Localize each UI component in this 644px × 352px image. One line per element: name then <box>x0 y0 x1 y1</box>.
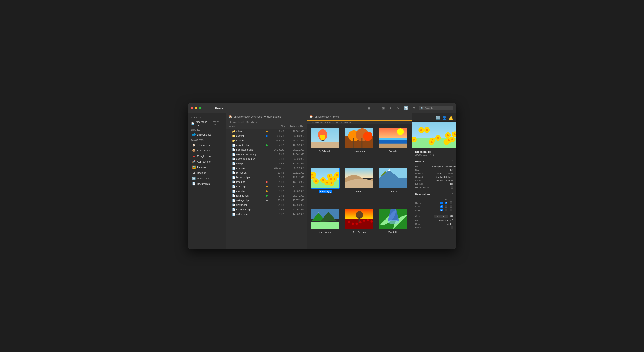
maximize-button[interactable] <box>199 107 202 109</box>
favorites-header: Favorites <box>188 137 226 142</box>
minimize-button[interactable] <box>195 107 198 109</box>
file-name-label: links-opml.php <box>236 176 265 179</box>
perm-group-w[interactable] <box>444 205 448 208</box>
perm-owner-w[interactable]: ✓ <box>444 202 448 204</box>
file-row[interactable]: 📄load.php4 KB16/07/2023 <box>226 180 307 184</box>
general-section-header[interactable]: General ˅ <box>412 158 456 165</box>
sidebar-item-johnappleseed[interactable]: 🏠 johnappleseed <box>189 142 225 148</box>
sidebar-item-downloads[interactable]: ⬇️ Downloads <box>189 176 225 181</box>
file-row[interactable]: 📄login.php49 KB17/07/2023 <box>226 184 307 189</box>
file-row[interactable]: 📄blog-header.php351 bytes06/02/2020 <box>226 147 307 152</box>
owner-value: johnappleseed ˅ <box>438 219 453 221</box>
file-row[interactable]: 📄comments-post.php2 KB14/06/2023 <box>226 152 307 157</box>
action-button[interactable]: ⚙ <box>411 105 416 111</box>
warning-button[interactable]: ⚠️ <box>449 116 453 120</box>
perm-owner-r[interactable]: ✓ <box>439 202 444 204</box>
photo-canvas <box>312 128 340 148</box>
photo-item[interactable]: Lake.jpg <box>378 168 409 205</box>
photo-item[interactable]: Red Field.jpg <box>344 208 375 246</box>
photo-item[interactable]: Beach.jpg <box>378 127 409 164</box>
expand-button[interactable]: › <box>228 130 231 132</box>
photo-item[interactable]: Desert.jpg <box>344 168 375 205</box>
file-date-label: 30/05/2023 <box>285 162 304 165</box>
photo-label: Blossom.jpg <box>318 190 332 193</box>
file-row[interactable]: 📄readme.html7 KB05/07/2023 <box>226 193 307 198</box>
file-size-label: 49 KB <box>269 185 284 188</box>
favorites-button[interactable]: ★ <box>388 105 393 111</box>
list-view-button[interactable]: ☰ <box>374 105 379 111</box>
file-row[interactable]: 📄trackback.php5 KB22/06/2023 <box>226 207 307 212</box>
file-row[interactable]: 📄config-sample.php3 KB23/02/2023 <box>226 157 307 161</box>
perm-owner-x[interactable] <box>448 202 453 204</box>
col-size-header[interactable]: Size <box>268 125 285 128</box>
file-row[interactable]: 📄xmlrpc.php3 KB14/06/2023 <box>226 212 307 216</box>
sidebar-item-amazon-s3[interactable]: 📦 Amazon S3 <box>189 148 225 153</box>
photo-item[interactable]: Blossom.jpg <box>310 168 341 205</box>
search-bar: 🔍 <box>418 106 453 110</box>
col-date-header[interactable]: Date Modified <box>285 125 304 128</box>
perm-group-x[interactable] <box>448 205 453 208</box>
photo-item[interactable]: Mountains.jpg <box>310 208 341 246</box>
photo-item[interactable]: Air Balloon.jpg <box>310 127 341 164</box>
back-button[interactable]: ‹ <box>204 106 208 111</box>
file-row[interactable]: 📄links-opml.php3 KB26/11/2022 <box>226 175 307 180</box>
locked-checkbox[interactable] <box>450 226 453 229</box>
perm-others-x[interactable] <box>448 209 453 212</box>
col-name-header[interactable]: Name ↑ <box>228 125 268 128</box>
sidebar-item-desktop[interactable]: 🖥 Desktop <box>189 170 225 175</box>
close-button[interactable] <box>191 107 194 109</box>
photo-thumbnail <box>379 127 408 148</box>
sidebar-item-pictures[interactable]: 🖼️ Pictures <box>189 164 225 170</box>
sidebar-label-downloads: Downloads <box>197 177 209 180</box>
file-row[interactable]: 📄settings.php26 KB25/07/2023 <box>226 198 307 203</box>
hide-ext-checkbox[interactable] <box>450 186 453 189</box>
info-icon-button[interactable]: ℹ️ <box>436 116 440 120</box>
file-row[interactable]: ›📁includes45,4 MB29/08/2023 <box>226 138 307 143</box>
perm-others-w[interactable] <box>444 209 448 212</box>
file-row[interactable]: 📄license.txt20 KB31/12/2022 <box>226 170 307 175</box>
photo-item[interactable]: Autumn.jpg <box>344 127 375 164</box>
perm-row-owner: Owner ✓ ✓ <box>415 202 453 204</box>
search-input[interactable] <box>425 107 451 110</box>
file-status-dot <box>266 190 268 192</box>
icon-view-button[interactable]: ⊞ <box>366 105 372 111</box>
permissions-section-header[interactable]: Permissions ˅ <box>412 191 456 198</box>
sidebar-item-documents[interactable]: 📄 Documents <box>189 181 225 187</box>
file-size-label: 405 bytes <box>269 167 284 169</box>
sidebar-item-google-drive[interactable]: 🔺 Google Drive <box>189 153 225 159</box>
file-row[interactable]: 📄mail.php9 KB22/06/2023 <box>226 189 307 193</box>
photo-label: Air Balloon.jpg <box>318 150 332 152</box>
file-row[interactable]: 📄signup.php34 KB19/06/2023 <box>226 203 307 207</box>
sidebar-item-applications[interactable]: 🚀 Applications <box>189 159 225 164</box>
octal-number: 644 <box>450 215 453 217</box>
photo-panel-header: 🏠 johnappleseed › Photos <box>307 113 412 121</box>
photo-item[interactable]: Waterfall.jpg <box>378 208 409 246</box>
file-row[interactable]: 📄cron.php6 KB30/05/2023 <box>226 161 307 166</box>
file-row[interactable]: 📄activate.php7 KB12/05/2023 <box>226 143 307 147</box>
share-info-button[interactable]: 👤 <box>442 116 446 120</box>
file-name-label: readme.html <box>236 194 265 197</box>
file-doc-icon: 📄 <box>232 203 235 207</box>
file-row[interactable]: 📄index.php405 bytes06/02/2020 <box>226 166 307 170</box>
preview-button[interactable]: 👁 <box>395 105 401 111</box>
group-dropdown-icon[interactable]: ˅ <box>452 223 453 225</box>
share-button[interactable]: 🔄 <box>403 105 409 111</box>
file-name-label: signup.php <box>236 204 265 206</box>
expand-button[interactable]: › <box>228 135 231 137</box>
owner-dropdown-icon[interactable]: ˅ <box>452 219 453 221</box>
column-view-button[interactable]: ⊟ <box>381 105 386 111</box>
expand-button[interactable]: › <box>228 140 231 142</box>
sidebar-item-binarynights[interactable]: 🌐 Binarynights <box>189 132 225 137</box>
info-row-added: Added 24/08/2023, 19:11 <box>412 179 456 182</box>
macintosh-hd-item[interactable]: 💾 Macintosh HD 353,99 GB <box>188 119 226 127</box>
info-row-extension: Extension jpg <box>412 182 456 186</box>
photo-thumbnail <box>311 127 340 148</box>
file-doc-icon: 📄 <box>232 208 235 211</box>
desktop-icon: 🖥 <box>192 171 196 174</box>
file-status-dot <box>266 172 268 174</box>
file-row[interactable]: ›📁admin9 MB29/08/2023 <box>226 129 307 134</box>
perm-others-r[interactable]: ✓ <box>439 209 444 212</box>
file-row[interactable]: ›📁content13,3 MB29/08/2023 <box>226 134 307 138</box>
perm-group-r[interactable]: ✓ <box>439 205 444 208</box>
forward-button[interactable]: › <box>209 106 212 111</box>
